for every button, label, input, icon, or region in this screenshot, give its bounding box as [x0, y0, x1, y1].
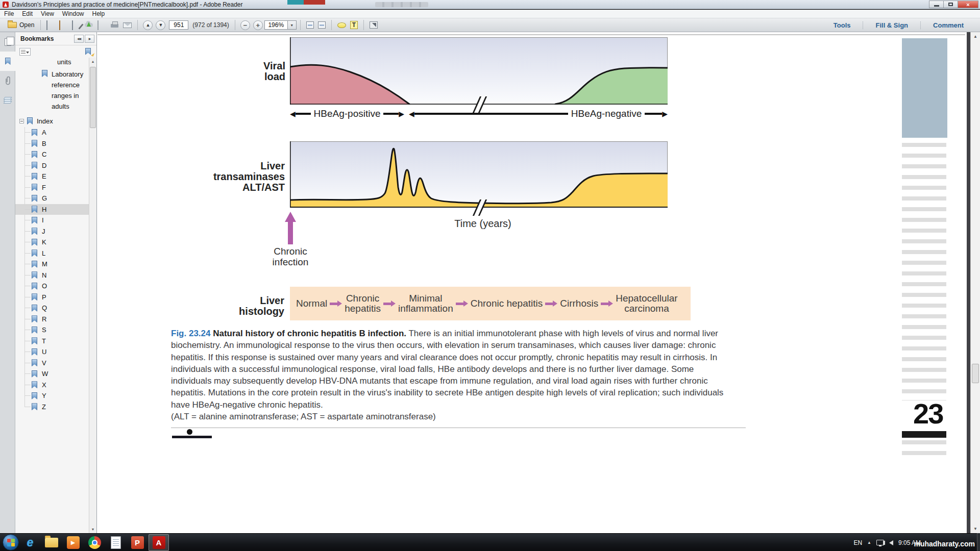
scroll-up-icon[interactable]: ▲: [971, 32, 980, 41]
bookmark-item-index[interactable]: Index: [15, 116, 89, 126]
bookmark-item-letter[interactable]: H: [15, 204, 89, 215]
menu-item[interactable]: View: [37, 10, 58, 17]
bookmark-item-letter[interactable]: A: [15, 127, 89, 138]
collapse-panel-button[interactable]: ◀◀: [74, 35, 84, 43]
layers-tab[interactable]: [0, 90, 15, 110]
bookmark-icon: [32, 337, 37, 344]
bookmark-item-letter[interactable]: L: [15, 248, 89, 259]
save-file-icon[interactable]: [97, 21, 106, 30]
bookmark-item-letter[interactable]: F: [15, 182, 89, 193]
open-button[interactable]: Open: [5, 19, 37, 31]
taskbar-powerpoint[interactable]: P: [127, 534, 148, 551]
highlight-text-icon[interactable]: T: [350, 21, 358, 29]
bookmark-item-letter[interactable]: N: [15, 270, 89, 281]
zoom-level-input[interactable]: 196%: [264, 20, 288, 30]
bookmark-item-letter[interactable]: Y: [15, 390, 89, 402]
menu-item[interactable]: Edit: [18, 10, 37, 17]
expand-panel-button[interactable]: ▶: [85, 35, 94, 43]
bookmark-item-letter[interactable]: X: [15, 380, 89, 391]
sign-document-icon[interactable]: [72, 21, 81, 30]
adobe-reader-app-icon: [3, 2, 9, 8]
bookmark-item-laboratory-ranges[interactable]: Laboratory reference ranges in adults: [15, 69, 89, 112]
menu-item[interactable]: Help: [88, 10, 109, 17]
bookmark-item-letter[interactable]: P: [15, 292, 89, 303]
scroll-down-icon[interactable]: ▼: [89, 525, 96, 533]
maximize-button[interactable]: [943, 1, 958, 8]
upload-cloud-icon[interactable]: [85, 21, 93, 30]
fullscreen-button[interactable]: [370, 21, 378, 29]
document-scrollbar[interactable]: ▲ ▼: [970, 32, 980, 533]
menu-item[interactable]: Window: [58, 10, 88, 17]
scroll-down-icon[interactable]: ▼: [971, 524, 980, 533]
bookmark-item-letter[interactable]: J: [15, 226, 89, 237]
bookmark-item-letter[interactable]: Z: [15, 402, 89, 413]
bookmark-icon: [32, 162, 37, 169]
page-number-input[interactable]: 951: [169, 20, 188, 30]
close-button[interactable]: ×: [958, 1, 978, 8]
bookmark-item-letter[interactable]: O: [15, 281, 89, 292]
bookmarks-scrollbar[interactable]: ▲ ▼: [89, 58, 96, 533]
start-button[interactable]: [3, 534, 19, 550]
print-icon[interactable]: [110, 21, 119, 30]
language-indicator[interactable]: EN: [853, 539, 862, 546]
bookmark-item-letter[interactable]: M: [15, 259, 89, 270]
maximize-icon: [948, 3, 953, 6]
bookmarks-tab[interactable]: [0, 52, 15, 71]
zoom-dropdown-button[interactable]: ▼: [288, 20, 297, 30]
bookmark-item-letter[interactable]: K: [15, 237, 89, 248]
zoom-out-button[interactable]: −: [240, 20, 250, 30]
transaminases-label: Liver transaminases ALT/AST: [202, 161, 285, 193]
bookmark-item-letter[interactable]: I: [15, 215, 89, 226]
bookmark-item-letter[interactable]: S: [15, 324, 89, 336]
histology-stage: Minimal inflammation: [382, 293, 454, 314]
bookmark-item-letter[interactable]: U: [15, 346, 89, 358]
previous-page-button[interactable]: ▲: [143, 20, 153, 30]
collapse-node-icon[interactable]: [19, 119, 24, 123]
email-icon[interactable]: [123, 21, 132, 30]
comment-panel-button[interactable]: Comment: [920, 21, 976, 29]
bookmarks-tree: units Laboratory reference ranges in adu…: [15, 58, 89, 533]
next-page-button[interactable]: ▼: [156, 20, 165, 30]
save-copy-icon[interactable]: [46, 21, 55, 30]
taskbar-notepad[interactable]: [106, 534, 126, 551]
background-window-fragment-2: [375, 2, 428, 7]
bookmark-item-letter[interactable]: C: [15, 149, 89, 160]
bookmark-icon: [32, 392, 37, 399]
taskbar-adobe-reader-active[interactable]: A: [149, 534, 169, 551]
bookmark-item-letter[interactable]: E: [15, 171, 89, 182]
document-scrollbar-thumb[interactable]: [972, 364, 979, 383]
page-thumbnails-tab[interactable]: [0, 32, 15, 52]
tools-panel-button[interactable]: Tools: [821, 21, 863, 29]
liver-histology-label: Liver histology: [231, 295, 284, 317]
bookmark-item-letter[interactable]: W: [15, 368, 89, 380]
taskbar-windows-explorer[interactable]: [41, 534, 62, 551]
comment-bubble-icon[interactable]: [337, 22, 346, 28]
fit-page-button[interactable]: [318, 21, 326, 29]
bookmark-item-letter[interactable]: D: [15, 160, 89, 171]
bookmark-item-letter[interactable]: Q: [15, 303, 89, 314]
show-desktop-button[interactable]: [977, 533, 980, 551]
bookmark-item-letter[interactable]: G: [15, 193, 89, 204]
bookmark-icon: [32, 305, 37, 312]
attachments-tab[interactable]: [0, 71, 15, 90]
bookmark-item-letter[interactable]: R: [15, 314, 89, 325]
bookmark-item-partial[interactable]: units: [15, 58, 89, 67]
fit-width-button[interactable]: [306, 21, 314, 29]
taskbar-media-player[interactable]: ▶: [63, 534, 83, 551]
fill-sign-panel-button[interactable]: Fill & Sign: [863, 21, 920, 29]
bookmarks-scrollbar-thumb[interactable]: [90, 67, 96, 128]
tray-expand-icon[interactable]: ▲: [867, 540, 871, 545]
zoom-in-button[interactable]: +: [253, 20, 263, 30]
taskbar-chrome[interactable]: [84, 534, 105, 551]
bookmark-item-letter[interactable]: T: [15, 336, 89, 347]
scroll-up-icon[interactable]: ▲: [89, 58, 96, 65]
bookmarks-options-menu-button[interactable]: [19, 48, 31, 56]
taskbar-internet-explorer[interactable]: e: [20, 534, 40, 551]
bookmark-item-letter[interactable]: B: [15, 138, 89, 149]
minimize-button[interactable]: [929, 1, 944, 8]
export-pdf-icon[interactable]: [59, 21, 68, 30]
menu-item[interactable]: File: [0, 10, 18, 17]
volume-icon[interactable]: [889, 540, 893, 545]
bookmark-item-letter[interactable]: V: [15, 358, 89, 369]
new-bookmark-button[interactable]: [85, 48, 92, 56]
